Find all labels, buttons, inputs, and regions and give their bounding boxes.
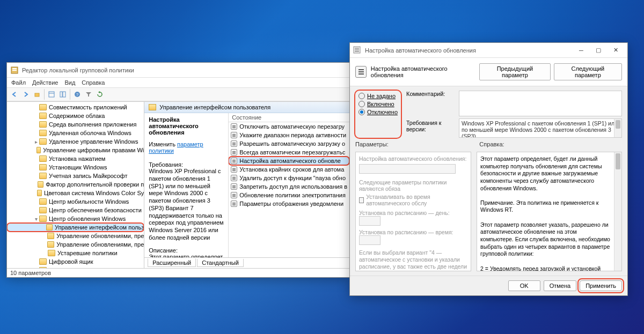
help-button[interactable]: ? [72, 89, 83, 100]
policy-titlebar[interactable]: Настройка автоматического обновления ─ ▢… [350, 43, 627, 58]
tree-item[interactable]: Установка нажатием [7, 154, 144, 163]
folder-icon [39, 198, 47, 205]
folder-icon [48, 250, 55, 256]
param-time-select[interactable] [359, 235, 380, 245]
menu-view[interactable]: Вид [64, 79, 75, 86]
view-detail-button[interactable] [57, 89, 68, 100]
menu-file[interactable]: Файл [11, 79, 26, 86]
setting-row[interactable]: Параметры отображения уведомлени [229, 199, 349, 208]
setting-icon [231, 123, 237, 130]
tab-standard[interactable]: Стандартный [197, 259, 244, 267]
column-header-state[interactable]: Состояние [229, 113, 349, 122]
refresh-button[interactable] [94, 89, 105, 100]
setting-heading: Настройка автоматического обновления [149, 116, 224, 136]
setting-row[interactable]: Настройка автоматического обновле [229, 157, 349, 165]
tree-item[interactable]: Фактор дополнительной проверки п [7, 180, 144, 189]
statusbar: 10 параметров [7, 268, 349, 277]
view-list-button[interactable] [46, 89, 57, 100]
tree-item[interactable]: Установщик Windows [7, 163, 144, 172]
tab-extended[interactable]: Расширенный [148, 258, 196, 267]
setting-row[interactable]: Всегда автоматически перезагружатьс [229, 148, 349, 157]
radio-disabled[interactable]: Отключено [358, 109, 398, 115]
help-scrollbar[interactable] [614, 152, 621, 271]
expand-icon[interactable]: ▸ [33, 139, 39, 145]
tree-item-label: Установщик Windows [49, 164, 107, 170]
tree-item[interactable]: Цветовая система Windows Color Sy [7, 189, 144, 197]
folder-icon [39, 258, 47, 265]
back-button[interactable] [9, 89, 20, 100]
up-button[interactable] [32, 89, 42, 100]
tree-item[interactable]: ▾Центр обновления Windows [7, 214, 144, 223]
requirements-text: Windows XP Professional с пакетом обновл… [459, 118, 622, 138]
setting-row[interactable]: Запретить доступ для использования в [229, 182, 349, 191]
tree-item[interactable]: Удаленная оболочка Windows [7, 129, 144, 137]
policy-footer: OK Отмена Применить [350, 276, 627, 295]
folder-icon [39, 155, 47, 162]
cancel-button[interactable]: Отмена [544, 280, 576, 291]
tree-item[interactable]: Содержимое облака [7, 112, 144, 120]
folder-icon [36, 147, 41, 153]
setting-icon [231, 183, 237, 190]
description-text: Этот параметр определяет, будет ли данны… [149, 254, 224, 258]
tree-item[interactable]: Устаревшие политики [7, 249, 144, 257]
tree-item[interactable]: Центр обеспечения безопасности [7, 206, 144, 214]
tree-item[interactable]: Управление цифровыми правами Wi [7, 146, 144, 154]
setting-row[interactable]: Разрешить автоматическую загрузку о [229, 139, 349, 148]
setting-row[interactable]: Обновление политики электропитания [229, 191, 349, 199]
tree-item[interactable]: Центр мобильности Windows [7, 197, 144, 206]
param-select[interactable] [359, 164, 456, 174]
folder-icon [39, 113, 47, 119]
setting-row[interactable]: Установка крайних сроков для автома [229, 165, 349, 174]
tree-item[interactable]: Цифровой ящик [7, 257, 144, 266]
tree-item[interactable]: Чат [7, 266, 144, 268]
tree-item-label: Установка нажатием [49, 155, 105, 162]
tree-item[interactable]: Управление интерфейсом польз [7, 223, 144, 232]
minimize-button[interactable]: ─ [573, 44, 590, 56]
folder-icon [39, 173, 47, 179]
gpedit-toolbar: ? [7, 87, 349, 101]
tree-item[interactable]: ▸Удаленное управление Windows [7, 137, 144, 146]
help-panel: Этот параметр определяет, будет ли данны… [477, 152, 622, 271]
radio-icon [358, 109, 365, 115]
radio-not-configured[interactable]: Не задано [358, 93, 398, 99]
tree-item-label: Учетная запись Майкрософт [49, 173, 127, 179]
filter-button[interactable] [83, 89, 94, 100]
folder-icon [39, 121, 47, 128]
expand-icon[interactable]: ▾ [33, 216, 39, 222]
checkbox-auto-maint[interactable] [359, 197, 364, 203]
tree-item-label: Управление цифровыми правами Wi [43, 147, 144, 153]
setting-row[interactable]: Удалить доступ к функции "пауза обно [229, 174, 349, 182]
setting-row[interactable]: Укажите диапазон периода активности [229, 131, 349, 139]
setting-label: Удалить доступ к функции "пауза обно [239, 175, 346, 181]
folder-icon [39, 130, 47, 136]
next-setting-button[interactable]: Следующий параметр [554, 63, 622, 80]
setting-row[interactable]: Отключить автоматическую перезагру [229, 122, 349, 131]
tree-item[interactable]: Учетная запись Майкрософт [7, 172, 144, 180]
tree-item[interactable]: Управление обновлениями, пре [7, 232, 144, 240]
tree-item[interactable]: Управление обновлениями, пре [7, 240, 144, 249]
param-day-select[interactable] [359, 216, 380, 226]
help-label: Справка: [479, 141, 622, 147]
forward-button[interactable] [20, 89, 31, 100]
svg-rect-7 [63, 92, 65, 97]
setting-icon [231, 149, 237, 155]
maximize-button[interactable]: ▢ [590, 44, 607, 56]
policy-icon [355, 66, 367, 78]
gpedit-tree[interactable]: Совместимость приложенийСодержимое облак… [7, 102, 144, 268]
svg-rect-1 [12, 68, 17, 69]
setting-icon [231, 158, 237, 164]
tree-item[interactable]: Совместимость приложений [7, 103, 144, 112]
apply-button[interactable]: Применить [580, 280, 622, 291]
ok-button[interactable]: OK [508, 280, 540, 291]
tree-item[interactable]: Среда выполнения приложения [7, 120, 144, 129]
menu-help[interactable]: Справка [82, 79, 105, 86]
setting-icon [231, 132, 237, 138]
prev-setting-button[interactable]: Предыдущий параметр [479, 63, 551, 80]
gpedit-titlebar[interactable]: Редактор локальной групповой политики [7, 63, 349, 78]
folder-icon [39, 207, 47, 213]
folder-icon [39, 164, 47, 170]
radio-enabled[interactable]: Включено [358, 101, 398, 107]
close-button[interactable]: ✕ [607, 44, 624, 56]
menu-action[interactable]: Действие [32, 79, 58, 86]
comment-textarea[interactable] [459, 91, 622, 116]
